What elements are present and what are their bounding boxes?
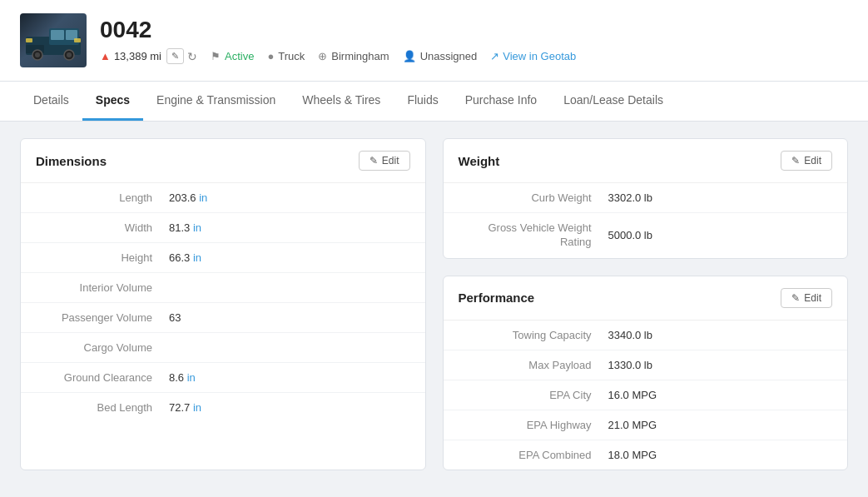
spec-row-bed-length: Bed Length 72.7 in [21, 393, 425, 422]
spec-label-gvwr: Gross Vehicle WeightRating [459, 221, 608, 250]
flag-icon: ⚑ [211, 50, 221, 62]
spec-row-width: Width 81.3 in [21, 213, 425, 243]
tab-purchase[interactable]: Purchase Info [452, 82, 550, 121]
spec-label-curb-weight: Curb Weight [459, 191, 608, 204]
svg-point-8 [67, 52, 72, 57]
truck-icon: ● [267, 50, 274, 62]
spec-value-height: 66.3 in [169, 251, 201, 264]
mileage-item: ▲ 13,389 mi ✎ ↻ [100, 48, 197, 64]
spec-value-bed-length: 72.7 in [169, 401, 201, 414]
spec-row-max-payload: Max Payload 1330.0 lb [444, 350, 848, 380]
tab-loan[interactable]: Loan/Lease Details [550, 82, 677, 121]
spec-value-epa-highway: 21.0 MPG [608, 419, 657, 431]
type-item: ● Truck [267, 50, 305, 62]
mileage-value: 13,389 mi [114, 50, 161, 62]
performance-header: Performance ✎ Edit [444, 276, 848, 321]
svg-rect-10 [74, 38, 81, 42]
performance-title: Performance [459, 291, 535, 305]
mileage-refresh-button[interactable]: ↻ [187, 50, 197, 63]
spec-row-length: Length 203.6 in [21, 183, 425, 213]
weight-body: Curb Weight 3302.0 lb Gross Vehicle Weig… [444, 183, 848, 258]
dimensions-card: Dimensions ✎ Edit Length 203.6 in Width … [20, 138, 426, 470]
spec-row-height: Height 66.3 in [21, 243, 425, 273]
location-icon: ⊕ [318, 50, 327, 62]
spec-row-interior-volume: Interior Volume [21, 273, 425, 303]
header-info: 0042 ▲ 13,389 mi ✎ ↻ ⚑ Active ● Truck ⊕ … [100, 17, 848, 64]
weight-edit-pencil-icon: ✎ [791, 155, 800, 166]
spec-row-towing-capacity: Towing Capacity 3340.0 lb [444, 321, 848, 350]
external-link-icon: ↗ [490, 50, 499, 62]
user-icon: 👤 [403, 50, 416, 62]
view-geotab-link[interactable]: ↗ View in Geotab [490, 50, 576, 62]
tab-fluids[interactable]: Fluids [394, 82, 451, 121]
spec-value-width: 81.3 in [169, 221, 201, 234]
weight-header: Weight ✎ Edit [444, 139, 848, 183]
spec-row-epa-city: EPA City 16.0 MPG [444, 380, 848, 410]
assignment-item: 👤 Unassigned [403, 50, 478, 62]
spec-label-bed-length: Bed Length [36, 401, 169, 414]
edit-pencil-icon: ✎ [370, 155, 378, 166]
spec-row-epa-highway: EPA Highway 21.0 MPG [444, 410, 848, 440]
spec-row-gvwr: Gross Vehicle WeightRating 5000.0 lb [444, 213, 848, 258]
page-header: 0042 ▲ 13,389 mi ✎ ↻ ⚑ Active ● Truck ⊕ … [0, 0, 868, 82]
tab-wheels[interactable]: Wheels & Tires [289, 82, 394, 121]
spec-label-height: Height [36, 251, 169, 264]
tab-engine[interactable]: Engine & Transmission [143, 82, 289, 121]
dimensions-header: Dimensions ✎ Edit [21, 139, 425, 183]
tab-details[interactable]: Details [20, 82, 82, 121]
vehicle-type: Truck [278, 50, 305, 62]
spec-label-length: Length [36, 191, 169, 204]
spec-value-curb-weight: 3302.0 lb [608, 191, 653, 204]
spec-label-width: Width [36, 221, 169, 234]
spec-value-ground-clearance: 8.6 in [169, 371, 196, 384]
status-item: ⚑ Active [211, 50, 254, 62]
spec-label-towing-capacity: Towing Capacity [459, 329, 608, 341]
svg-point-6 [35, 52, 40, 57]
vehicle-image [20, 13, 87, 67]
spec-value-passenger-volume: 63 [169, 311, 181, 324]
performance-edit-button[interactable]: ✎ Edit [781, 288, 832, 308]
svg-rect-9 [26, 38, 32, 42]
svg-rect-2 [51, 30, 64, 40]
spec-label-epa-combined: EPA Combined [459, 449, 608, 461]
status-badge: Active [225, 50, 254, 62]
tabs-bar: Details Specs Engine & Transmission Whee… [0, 82, 868, 122]
weight-edit-button[interactable]: ✎ Edit [781, 151, 832, 171]
dimensions-edit-button[interactable]: ✎ Edit [359, 151, 410, 171]
geotab-item: ↗ View in Geotab [490, 50, 576, 62]
spec-label-passenger-volume: Passenger Volume [36, 311, 169, 324]
spec-row-passenger-volume: Passenger Volume 63 [21, 303, 425, 333]
location-item: ⊕ Birmingham [318, 50, 389, 62]
assignment-value: Unassigned [420, 50, 478, 62]
spec-value-max-payload: 1330.0 lb [608, 359, 653, 371]
spec-row-curb-weight: Curb Weight 3302.0 lb [444, 183, 848, 213]
spec-label-interior-volume: Interior Volume [36, 281, 169, 294]
mileage-icon: ▲ [100, 50, 111, 62]
spec-label-max-payload: Max Payload [459, 359, 608, 371]
spec-value-gvwr: 5000.0 lb [608, 229, 653, 241]
vehicle-meta: ▲ 13,389 mi ✎ ↻ ⚑ Active ● Truck ⊕ Birmi… [100, 48, 848, 64]
spec-label-epa-city: EPA City [459, 389, 608, 401]
spec-value-length: 203.6 in [169, 191, 207, 204]
spec-row-cargo-volume: Cargo Volume [21, 333, 425, 363]
spec-value-towing-capacity: 3340.0 lb [608, 329, 653, 341]
vehicle-id: 0042 [100, 17, 848, 43]
spec-label-epa-highway: EPA Highway [459, 419, 608, 431]
weight-title: Weight [459, 154, 500, 168]
spec-label-cargo-volume: Cargo Volume [36, 341, 169, 354]
location-value: Birmingham [331, 50, 389, 62]
content-area: Dimensions ✎ Edit Length 203.6 in Width … [0, 122, 868, 487]
weight-card: Weight ✎ Edit Curb Weight 3302.0 lb Gros… [443, 138, 849, 259]
spec-row-epa-combined: EPA Combined 18.0 MPG [444, 440, 848, 470]
tab-specs[interactable]: Specs [82, 82, 143, 121]
spec-value-epa-combined: 18.0 MPG [608, 449, 657, 461]
spec-value-epa-city: 16.0 MPG [608, 389, 657, 401]
dimensions-body: Length 203.6 in Width 81.3 in Height 66.… [21, 183, 425, 422]
dimensions-title: Dimensions [36, 154, 107, 168]
right-column: Weight ✎ Edit Curb Weight 3302.0 lb Gros… [443, 138, 849, 470]
mileage-edit-button[interactable]: ✎ [166, 48, 184, 64]
performance-edit-pencil-icon: ✎ [791, 292, 800, 304]
spec-row-ground-clearance: Ground Clearance 8.6 in [21, 363, 425, 393]
spec-label-ground-clearance: Ground Clearance [36, 371, 169, 384]
performance-body: Towing Capacity 3340.0 lb Max Payload 13… [444, 321, 848, 470]
